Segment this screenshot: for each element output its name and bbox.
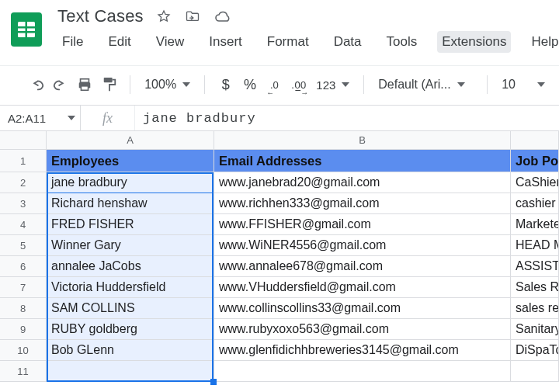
cell[interactable]: RUBY goldberg bbox=[47, 319, 214, 340]
svg-rect-5 bbox=[81, 79, 89, 83]
column-header-C[interactable] bbox=[511, 131, 559, 149]
cell[interactable]: Marketer bbox=[511, 214, 559, 235]
cell[interactable]: Victoria Huddersfield bbox=[47, 277, 214, 298]
zoom-value: 100% bbox=[144, 78, 176, 92]
font-size-value: 10 bbox=[502, 78, 516, 92]
cell[interactable]: CaShier bbox=[511, 172, 559, 193]
fx-icon: fx bbox=[81, 106, 135, 130]
cell[interactable]: www.FFISHER@gmail.com bbox=[214, 214, 511, 235]
row-header[interactable]: 7 bbox=[0, 277, 46, 298]
name-box[interactable]: A2:A11 bbox=[0, 106, 81, 130]
cell[interactable]: www.janebrad20@gmail.com bbox=[214, 172, 511, 193]
menu-tools[interactable]: Tools bbox=[382, 31, 422, 53]
menu-bar: File Edit View Insert Format Data Tools … bbox=[57, 26, 559, 53]
row-header[interactable]: 5 bbox=[0, 235, 46, 256]
svg-rect-4 bbox=[26, 22, 28, 37]
svg-rect-8 bbox=[103, 78, 112, 82]
cell[interactable]: Winner Gary bbox=[47, 235, 214, 256]
cell[interactable]: www.rubyxoxo563@gmail.com bbox=[214, 319, 511, 340]
chevron-down-icon bbox=[68, 116, 75, 120]
cell[interactable]: Sales REP bbox=[511, 277, 559, 298]
menu-format[interactable]: Format bbox=[262, 31, 314, 53]
menu-edit[interactable]: Edit bbox=[103, 31, 135, 53]
row-header[interactable]: 6 bbox=[0, 256, 46, 277]
row-header[interactable]: 3 bbox=[0, 193, 46, 214]
cell[interactable] bbox=[214, 361, 511, 382]
cell[interactable]: jane bradbury bbox=[47, 172, 214, 193]
menu-insert[interactable]: Insert bbox=[204, 31, 247, 53]
menu-extensions[interactable]: Extensions bbox=[437, 31, 511, 53]
percent-format-button[interactable]: % bbox=[240, 74, 259, 95]
row-header[interactable]: 10 bbox=[0, 340, 46, 361]
document-title[interactable]: Text Cases bbox=[57, 6, 144, 26]
zoom-dropdown[interactable]: 100% bbox=[141, 78, 193, 92]
print-button[interactable] bbox=[75, 74, 95, 95]
paint-format-button[interactable] bbox=[99, 74, 119, 95]
chevron-down-icon bbox=[457, 82, 465, 87]
cell[interactable]: www.glenfidichhbreweries3145@gmail.com bbox=[214, 340, 511, 361]
cell[interactable]: sales repre bbox=[511, 298, 559, 319]
row-header[interactable]: 8 bbox=[0, 298, 46, 319]
row-header[interactable]: 11 bbox=[0, 361, 46, 382]
chevron-down-icon bbox=[182, 82, 190, 87]
column-header-A[interactable]: A bbox=[47, 131, 214, 149]
redo-button[interactable] bbox=[50, 74, 70, 95]
toolbar: 100% $ % .0← .0̲0→ 123 Default (Ari... 1… bbox=[0, 66, 559, 105]
formula-bar[interactable]: jane bradbury bbox=[135, 111, 559, 126]
undo-button[interactable] bbox=[26, 74, 46, 95]
number-format-label: 123 bbox=[316, 78, 335, 92]
select-all-corner[interactable] bbox=[0, 131, 47, 150]
row-header[interactable]: 1 bbox=[0, 150, 46, 172]
cell[interactable]: www.richhen333@gmail.com bbox=[214, 193, 511, 214]
chevron-down-icon bbox=[537, 82, 545, 87]
header-employees[interactable]: Employees bbox=[47, 150, 214, 172]
column-header-B[interactable]: B bbox=[214, 131, 511, 149]
font-size-dropdown[interactable]: 10 bbox=[498, 78, 548, 92]
cell[interactable]: www.collinscollins33@gmail.com bbox=[214, 298, 511, 319]
cell[interactable]: www.VHuddersfield@gmail.com bbox=[214, 277, 511, 298]
sheets-logo[interactable] bbox=[11, 9, 42, 50]
chevron-down-icon bbox=[342, 82, 349, 87]
cell[interactable]: Richard henshaw bbox=[47, 193, 214, 214]
menu-help[interactable]: Help bbox=[526, 31, 559, 53]
decrease-decimal-button[interactable]: .0← bbox=[265, 74, 284, 95]
cell[interactable]: ASSISTAN bbox=[511, 256, 559, 277]
cell[interactable]: www.annalee678@gmail.com bbox=[214, 256, 511, 277]
row-header[interactable]: 9 bbox=[0, 319, 46, 340]
move-folder-icon[interactable] bbox=[184, 9, 201, 24]
menu-data[interactable]: Data bbox=[329, 31, 366, 53]
menu-file[interactable]: File bbox=[57, 31, 88, 53]
menu-view[interactable]: View bbox=[151, 31, 189, 53]
header-email[interactable]: Email Addresses bbox=[214, 150, 511, 172]
name-box-value: A2:A11 bbox=[8, 112, 46, 125]
cell[interactable]: DiSpaTch bbox=[511, 340, 559, 361]
cloud-status-icon[interactable] bbox=[214, 9, 232, 23]
cell[interactable] bbox=[511, 361, 559, 382]
font-family-label: Default (Ari... bbox=[378, 78, 450, 92]
star-icon[interactable] bbox=[156, 9, 172, 24]
row-header[interactable]: 2 bbox=[0, 172, 46, 193]
cell[interactable]: Bob GLenn bbox=[47, 340, 214, 361]
cell[interactable]: cashier bbox=[511, 193, 559, 214]
currency-format-button[interactable]: $ bbox=[216, 74, 235, 95]
cell[interactable]: HEAD Mar bbox=[511, 235, 559, 256]
cell[interactable]: www.WiNER4556@gmail.com bbox=[214, 235, 511, 256]
header-job[interactable]: Job Positi bbox=[511, 150, 559, 172]
font-family-dropdown[interactable]: Default (Ari... bbox=[375, 78, 476, 92]
cell[interactable]: annalee JaCobs bbox=[47, 256, 214, 277]
cell[interactable] bbox=[47, 361, 214, 382]
svg-rect-7 bbox=[82, 86, 89, 90]
number-format-dropdown[interactable]: 123 bbox=[313, 78, 352, 92]
increase-decimal-button[interactable]: .0̲0→ bbox=[289, 74, 308, 95]
cell[interactable]: FRED FISHER bbox=[47, 214, 214, 235]
cell[interactable]: SAM COLLINS bbox=[47, 298, 214, 319]
row-header[interactable]: 4 bbox=[0, 214, 46, 235]
cell[interactable]: Sanitary M bbox=[511, 319, 559, 340]
